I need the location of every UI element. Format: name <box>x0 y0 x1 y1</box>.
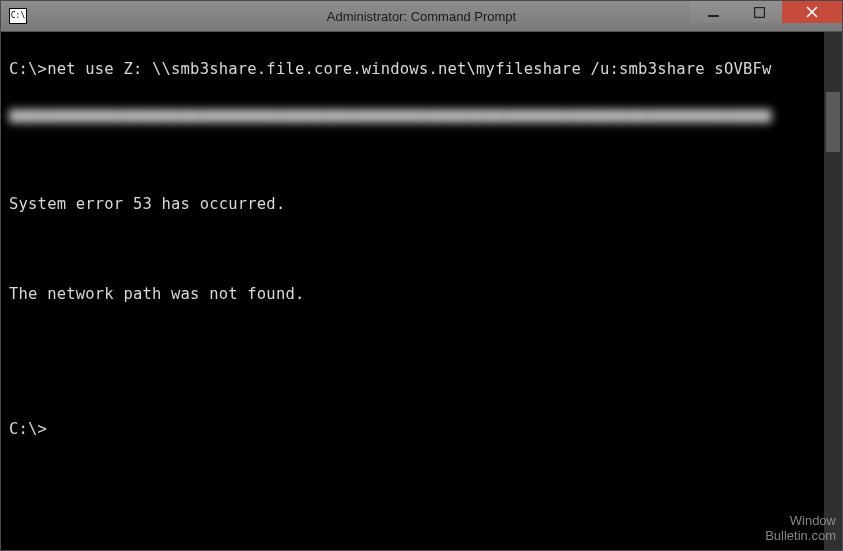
terminal-error-line: The network path was not found. <box>9 283 836 305</box>
terminal-prompt-line: C:\> <box>9 418 836 440</box>
minimize-icon <box>708 7 719 18</box>
terminal-blank <box>9 328 836 350</box>
prompt: C:\> <box>9 60 47 78</box>
terminal-line: C:\>net use Z: \\smb3share.file.core.win… <box>9 58 836 80</box>
minimize-button[interactable] <box>690 1 736 23</box>
command-text: net use Z: \\smb3share.file.core.windows… <box>47 60 771 78</box>
scrollbar-thumb[interactable] <box>826 92 840 152</box>
close-icon <box>806 6 818 18</box>
close-button[interactable] <box>782 1 842 23</box>
terminal-blank <box>9 238 836 260</box>
terminal-output[interactable]: C:\>net use Z: \\smb3share.file.core.win… <box>1 32 842 550</box>
maximize-button[interactable] <box>736 1 782 23</box>
cmd-icon-glyph: C:\ <box>11 12 25 20</box>
terminal-blank <box>9 373 836 395</box>
scrollbar[interactable] <box>824 32 842 550</box>
window-controls <box>690 1 842 23</box>
svg-rect-1 <box>754 7 764 17</box>
obscured-text: ▆▆▆▆▆▆▆▆▆▆▆▆▆▆▆▆▆▆▆▆▆▆▆▆▆▆▆▆▆▆▆▆▆▆▆▆▆▆▆▆… <box>9 103 772 125</box>
cmd-icon: C:\ <box>9 8 27 24</box>
terminal-error-line: System error 53 has occurred. <box>9 193 836 215</box>
maximize-icon <box>754 7 765 18</box>
titlebar[interactable]: C:\ Administrator: Command Prompt <box>1 1 842 32</box>
command-prompt-window: C:\ Administrator: Command Prompt <box>0 0 843 551</box>
svg-rect-0 <box>708 15 719 17</box>
terminal-line-obscured: ▆▆▆▆▆▆▆▆▆▆▆▆▆▆▆▆▆▆▆▆▆▆▆▆▆▆▆▆▆▆▆▆▆▆▆▆▆▆▆▆… <box>9 103 836 125</box>
terminal-blank <box>9 148 836 170</box>
